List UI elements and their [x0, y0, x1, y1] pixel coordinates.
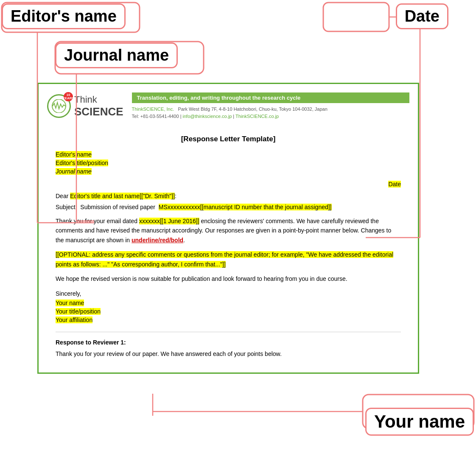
- date-ref-highlight: xxxxxxx[[1 June 2016]]: [139, 218, 199, 224]
- response-section: Response to Reviewer 1: Thank you for yo…: [56, 332, 401, 358]
- logo-years: YEARS: [62, 97, 74, 100]
- journal-name-field: Journal name: [56, 168, 401, 175]
- body-para-1: Thank you for your email dated xxxxxxx[[…: [56, 216, 401, 245]
- your-affiliation-highlight: Your affiliation: [56, 316, 92, 323]
- dear-highlight: Editor's title and last name[["Dr. Smith…: [70, 193, 175, 199]
- company-name: ThinkSCIENCE, Inc.: [132, 106, 174, 112]
- your-name-field: Your name: [56, 300, 401, 306]
- letter-header: 10 YEARS Think SCIENCE Translation, edit…: [39, 84, 418, 124]
- logo-badge: 10 YEARS: [64, 92, 73, 101]
- date-field: Date: [56, 181, 401, 188]
- logo-think-text: Think: [74, 94, 123, 105]
- your-title-field: Your title/position: [56, 308, 401, 315]
- subject-highlight: MSxxxxxxxxxxx[[manuscript ID number that…: [159, 204, 332, 210]
- your-name-highlight: Your name: [56, 300, 84, 306]
- svg-point-13: [52, 99, 66, 113]
- date-highlight: Date: [388, 181, 401, 188]
- response-body: Thank you for your review of our paper. …: [56, 349, 401, 358]
- editors-name-highlight: Editor's name: [56, 151, 92, 158]
- editors-title-field: Editor's title/position: [56, 160, 401, 166]
- your-affiliation-field: Your affiliation: [56, 316, 401, 323]
- journal-name-highlight: Journal name: [56, 168, 92, 175]
- subject-prefix: Subject: Submission of revised paper: [56, 204, 159, 210]
- your-title-highlight: Your title/position: [56, 308, 101, 315]
- logo-text: Think SCIENCE: [74, 94, 123, 118]
- letter-container: 10 YEARS Think SCIENCE Translation, edit…: [37, 83, 419, 374]
- date-annotation: Date: [396, 3, 448, 29]
- letter-body: [Response Letter Template] Editor's name…: [39, 124, 418, 372]
- response-title: Response to Reviewer 1:: [56, 339, 401, 346]
- address-text: Park West Bldg 7F, 4-8-10 Hatchobori, Ch…: [178, 106, 327, 112]
- header-address: ThinkSCIENCE, Inc. Park West Bldg 7F, 4-…: [132, 106, 409, 120]
- editors-title-highlight: Editor's title/position: [56, 160, 108, 166]
- logo-area: 10 YEARS Think SCIENCE: [47, 92, 123, 120]
- logo-icon: 10 YEARS: [47, 94, 71, 118]
- header-tagline: Translation, editing, and writing throug…: [132, 92, 409, 103]
- header-right: Translation, editing, and writing throug…: [132, 92, 409, 120]
- email-text: info@thinkscience.co.jp: [183, 114, 232, 119]
- dear-line: Dear Editor's title and last name[["Dr. …: [56, 193, 401, 199]
- sincerely-text: Sincerely,: [56, 290, 401, 297]
- tel-text: Tel: +81-03-5541-4400: [132, 114, 179, 119]
- editors-name-annotation: Editor's name: [2, 3, 126, 29]
- optional-highlight: [[OPTIONAL: address any specific comment…: [56, 251, 393, 267]
- body-para-2: We hope the revised version is now suita…: [56, 274, 401, 283]
- your-name-annotation: Your name: [365, 408, 474, 436]
- journal-name-annotation: Journal name: [55, 42, 178, 68]
- optional-para: [[OPTIONAL: address any specific comment…: [56, 250, 401, 269]
- svg-rect-6: [323, 3, 389, 31]
- editors-name-field: Editor's name: [56, 151, 401, 158]
- subject-line: Subject: Submission of revised paper MSx…: [56, 204, 401, 210]
- changes-format: underline/red/bold: [132, 237, 183, 244]
- letter-title: [Response Letter Template]: [56, 135, 401, 143]
- website-text: ThinkSCIENCE.co.jp: [235, 114, 279, 119]
- logo-science-text: SCIENCE: [74, 105, 123, 118]
